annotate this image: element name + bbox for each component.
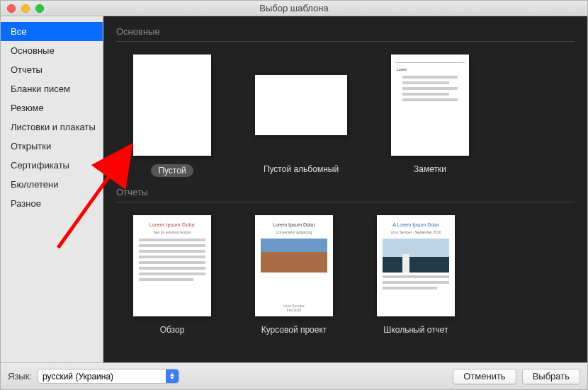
close-icon[interactable]	[7, 4, 16, 13]
language-value: русский (Украина)	[43, 372, 113, 382]
template-label: Обзор	[160, 325, 185, 335]
sidebar-item-misc[interactable]: Разное	[1, 194, 103, 213]
section-title-reports: Отчеты	[116, 177, 575, 202]
template-blank[interactable]: Пустой	[133, 55, 211, 177]
language-select[interactable]: русский (Украина)	[38, 369, 179, 384]
template-grid-basic: Пустой Пустой альбомный ····· Lorem	[116, 55, 575, 177]
sidebar-item-newsletters[interactable]: Бюллетени	[1, 175, 103, 194]
cancel-button[interactable]: Отменить	[453, 369, 516, 384]
main-split: Все Основные Отчеты Бланки писем Резюме …	[1, 16, 587, 362]
template-school-report[interactable]: A Lorem Ipsum Dolor Urna Semper · Septem…	[377, 215, 455, 335]
sidebar-item-flyers[interactable]: Листовки и плакаты	[1, 117, 103, 137]
template-gallery[interactable]: Основные Пустой Пустой альбомный ····· L…	[103, 16, 587, 362]
titlebar: Выбор шаблона	[1, 1, 587, 16]
sidebar-item-basic[interactable]: Основные	[1, 41, 103, 60]
template-label: Заметки	[414, 164, 446, 174]
template-label: Пустой альбомный	[264, 164, 339, 174]
template-grid-reports: Lorem Ipsum Dolor Sed do eiusmod tempor …	[116, 215, 575, 362]
sidebar-item-resumes[interactable]: Резюме	[1, 98, 103, 117]
section-divider	[116, 41, 575, 42]
template-blank-landscape[interactable]: Пустой альбомный	[255, 55, 347, 177]
template-label: Школьный отчет	[383, 325, 448, 335]
template-label: Пустой	[151, 164, 193, 177]
sidebar-item-certificates[interactable]: Сертификаты	[1, 156, 103, 175]
template-label: Курсовой проект	[261, 325, 327, 335]
minimize-icon[interactable]	[21, 4, 30, 13]
template-thumb: ····· Lorem	[391, 55, 469, 156]
template-essay[interactable]: Lorem Ipsum Dolor Sed do eiusmod tempor …	[133, 215, 211, 335]
window-title: Выбор шаблона	[1, 3, 587, 13]
sidebar: Все Основные Отчеты Бланки писем Резюме …	[1, 16, 103, 362]
sidebar-item-all[interactable]: Все	[1, 22, 103, 41]
section-divider	[116, 202, 575, 202]
template-thumb: A Lorem Ipsum Dolor Urna Semper · Septem…	[377, 215, 455, 316]
language-label: Язык:	[8, 371, 32, 382]
template-chooser-window: Выбор шаблона Все Основные Отчеты Бланки…	[0, 0, 588, 390]
section-title-basic: Основные	[116, 16, 575, 41]
chevron-updown-icon	[166, 369, 179, 383]
sidebar-item-letters[interactable]: Бланки писем	[1, 79, 103, 98]
template-term-paper[interactable]: Lorem Ipsum Dolor Consectetur adipiscing…	[255, 215, 333, 335]
footer-bar: Язык: русский (Украина) Отменить Выбрать	[1, 362, 587, 389]
window-controls	[1, 4, 44, 13]
zoom-icon[interactable]	[35, 4, 44, 13]
choose-button[interactable]: Выбрать	[522, 369, 580, 384]
template-notes[interactable]: ····· Lorem Заметки	[391, 55, 469, 177]
template-thumb: Lorem Ipsum Dolor Sed do eiusmod tempor	[133, 215, 211, 316]
sidebar-item-cards[interactable]: Открытки	[1, 137, 103, 156]
template-thumb	[255, 75, 347, 135]
sidebar-item-reports[interactable]: Отчеты	[1, 60, 103, 79]
template-thumb: Lorem Ipsum Dolor Consectetur adipiscing…	[255, 215, 333, 316]
template-thumb	[133, 55, 211, 156]
